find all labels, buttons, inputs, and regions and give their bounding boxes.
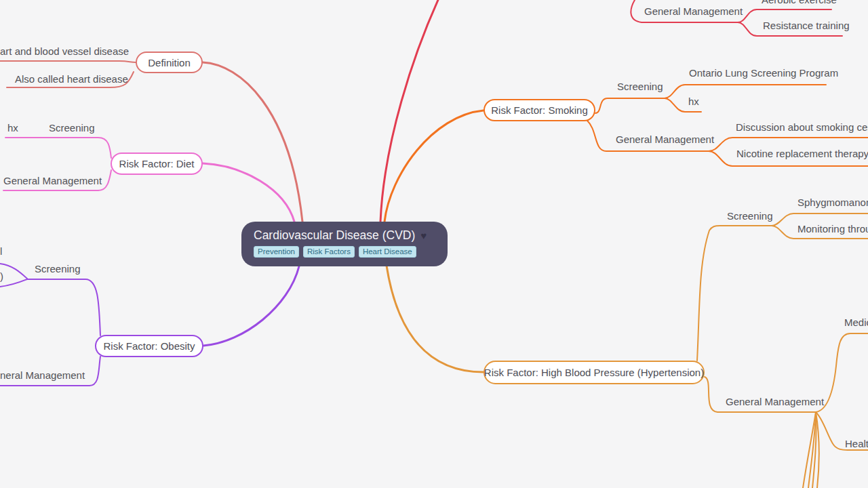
mindmap-canvas: Cardiovascular Disease (CVD) ♥ Preventio… xyxy=(0,0,868,488)
diet-hx-label[interactable]: hx xyxy=(7,122,18,134)
hypertension-screening-label[interactable]: Screening xyxy=(727,210,773,222)
obesity-general-management-label[interactable]: neral Management xyxy=(0,369,85,381)
central-title: Cardiovascular Disease (CVD) xyxy=(254,228,415,243)
definition-also-called-label[interactable]: Also called heart disease xyxy=(15,73,128,85)
hypertension-medication-label[interactable]: Medic xyxy=(844,317,868,328)
node-risk-factor-diet[interactable]: Risk Factor: Diet xyxy=(111,152,203,175)
smoking-ontario-program-label[interactable]: Ontario Lung Screening Program xyxy=(689,67,838,79)
activity-general-management-label[interactable]: General Management xyxy=(644,5,743,17)
diet-screening-label[interactable]: Screening xyxy=(49,122,95,134)
hypertension-healthy-label[interactable]: Health xyxy=(845,438,868,449)
hypertension-monitoring-label[interactable]: Monitoring throug xyxy=(797,223,868,235)
smoking-screening-label[interactable]: Screening xyxy=(617,81,663,92)
diet-general-management-label[interactable]: General Management xyxy=(3,175,102,186)
central-node-cvd[interactable]: Cardiovascular Disease (CVD) ♥ Preventio… xyxy=(241,222,448,266)
smoking-cessation-label[interactable]: Discussion about smoking cessat xyxy=(736,121,868,133)
obesity-screening-label[interactable]: Screening xyxy=(35,263,81,274)
obesity-cutoff-label-top[interactable]: l xyxy=(0,245,2,257)
node-definition[interactable]: Definition xyxy=(136,52,203,73)
node-risk-factor-smoking[interactable]: Risk Factor: Smoking xyxy=(484,99,595,121)
hypertension-general-management-label[interactable]: General Management xyxy=(726,396,824,407)
obesity-cutoff-label-bottom[interactable]: ) xyxy=(0,270,3,282)
tag-risk-factors: Risk Factors xyxy=(303,246,355,258)
definition-heart-vessel-label[interactable]: art and blood vessel disease xyxy=(0,45,129,57)
node-risk-factor-hypertension[interactable]: Risk Factor: High Blood Pressure (Hypert… xyxy=(484,361,705,384)
central-tags: Prevention Risk Factors Heart Disease xyxy=(254,246,435,258)
node-risk-factor-obesity[interactable]: Risk Factor: Obesity xyxy=(95,335,203,357)
tag-heart-disease: Heart Disease xyxy=(359,246,416,258)
smoking-general-management-label[interactable]: General Management xyxy=(616,134,714,145)
smoking-hx-label[interactable]: hx xyxy=(688,96,699,107)
activity-resistance-training-label[interactable]: Resistance training xyxy=(763,20,850,31)
hypertension-sphygmomanometer-label[interactable]: Sphygmomanom xyxy=(797,197,868,208)
smoking-nicotine-therapy-label[interactable]: Nicotine replacement therapy (ST xyxy=(736,148,868,159)
heart-icon: ♥ xyxy=(420,230,427,241)
activity-aerobic-exercise-label[interactable]: Aerobic exercise xyxy=(762,0,837,5)
tag-prevention: Prevention xyxy=(254,246,299,258)
